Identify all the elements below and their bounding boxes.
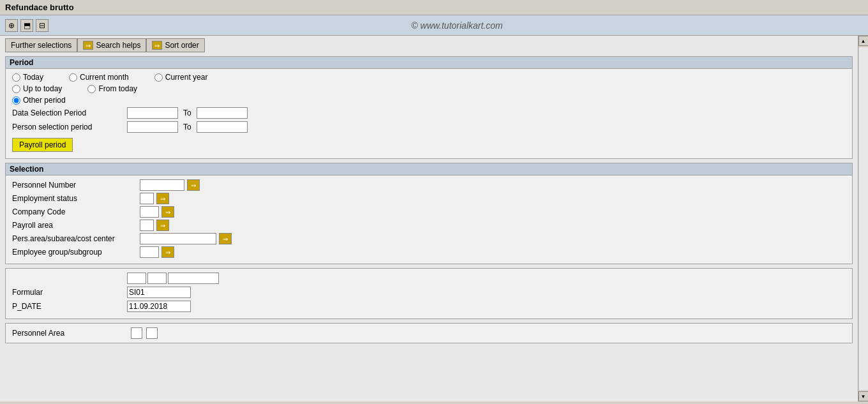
content-area: Further selections ⇒ Search helps ⇒ Sort… — [0, 36, 858, 401]
scroll-up-btn[interactable]: ▲ — [858, 36, 869, 46]
employee-group-row: Employee group/subgroup ⇒ — [12, 246, 846, 258]
bottom-section: Personnel Area — [5, 323, 853, 343]
radio-up-to-today[interactable] — [12, 85, 20, 93]
person-selection-period-row: Person selection period To — [12, 121, 846, 133]
selection-section: Selection Personnel Number ⇒ Employment … — [5, 163, 853, 264]
formular-row: Formular — [12, 287, 846, 298]
personnel-number-row: Personnel Number ⇒ — [12, 179, 846, 191]
search-helps-arrow-icon: ⇒ — [83, 41, 93, 50]
radio-other-period-item: Other period — [12, 96, 66, 105]
radio-current-year-label: Current year — [165, 73, 208, 82]
radio-from-today-label: From today — [98, 84, 137, 93]
payroll-area-arrow-btn[interactable]: ⇒ — [156, 220, 169, 231]
employee-group-arrow-btn[interactable]: ⇒ — [161, 246, 174, 258]
globe-icon[interactable]: ⊕ — [5, 19, 18, 32]
toolbar: ⊕ ⬒ ⊟ © www.tutorialkart.com — [0, 15, 868, 36]
radio-current-month-item: Current month — [69, 73, 129, 82]
radio-current-year[interactable] — [154, 73, 163, 82]
pers-area-arrow-btn[interactable]: ⇒ — [219, 233, 232, 244]
copy-icon[interactable]: ⬒ — [20, 19, 33, 32]
radio-other-period-label: Other period — [23, 96, 66, 105]
search-helps-label: Search helps — [96, 41, 140, 50]
period-row-2: Up to today From today — [12, 84, 846, 93]
person-selection-period-to-input[interactable] — [197, 121, 248, 133]
period-section-header: Period — [6, 57, 852, 69]
app-title: Refundace brutto — [5, 3, 74, 12]
sort-order-label: Sort order — [165, 41, 198, 50]
main-area: Further selections ⇒ Search helps ⇒ Sort… — [0, 36, 868, 401]
data-selection-period-row: Data Selection Period To — [12, 107, 846, 119]
period-row-1: Today Current month Current year — [12, 73, 846, 82]
personnel-area-checkbox-2[interactable] — [146, 327, 158, 339]
tab-further-selections[interactable]: Further selections — [5, 38, 77, 52]
extra-section: Formular P_DATE — [5, 268, 853, 319]
employment-status-label: Employment status — [12, 194, 140, 203]
payroll-area-input[interactable] — [140, 220, 154, 231]
employment-status-row: Employment status ⇒ — [12, 193, 846, 204]
title-bar: Refundace brutto — [0, 0, 868, 15]
further-selections-label: Further selections — [11, 41, 71, 50]
personnel-number-input[interactable] — [140, 179, 184, 191]
company-code-label: Company Code — [12, 207, 140, 216]
data-selection-period-label: Data Selection Period — [12, 108, 127, 117]
to-label-2: To — [183, 123, 191, 131]
pers-area-row: Pers.area/subarea/cost center ⇒ — [12, 233, 846, 244]
data-selection-period-to-input[interactable] — [197, 107, 248, 119]
radio-today-item: Today — [12, 73, 43, 82]
extra-section-body: Formular P_DATE — [6, 269, 852, 318]
company-code-arrow-btn[interactable]: ⇒ — [161, 206, 174, 218]
p-date-input[interactable] — [127, 301, 191, 312]
employment-status-input[interactable] — [140, 193, 154, 204]
radio-from-today[interactable] — [87, 85, 96, 93]
payroll-area-row: Payroll area ⇒ — [12, 220, 846, 231]
small-input-1[interactable] — [127, 273, 146, 284]
pers-area-input[interactable] — [140, 233, 216, 244]
selection-section-header: Selection — [6, 163, 852, 176]
p-date-row: P_DATE — [12, 301, 846, 312]
radio-other-period[interactable] — [12, 96, 20, 105]
to-label-1: To — [183, 108, 191, 117]
bottom-section-body: Personnel Area — [6, 324, 852, 343]
employee-group-input[interactable] — [140, 246, 159, 258]
radio-current-month-label: Current month — [80, 73, 129, 82]
employee-group-label: Employee group/subgroup — [12, 248, 140, 257]
period-row-3: Other period — [12, 96, 846, 105]
personnel-area-label: Personnel Area — [12, 329, 127, 338]
person-selection-period-label: Person selection period — [12, 123, 127, 131]
payroll-period-button[interactable]: Payroll period — [12, 138, 73, 152]
tab-bar: Further selections ⇒ Search helps ⇒ Sort… — [5, 38, 853, 52]
company-code-input[interactable] — [140, 206, 159, 218]
small-input-3[interactable] — [168, 273, 219, 284]
pers-area-label: Pers.area/subarea/cost center — [12, 234, 140, 243]
radio-up-to-today-label: Up to today — [23, 84, 62, 93]
tab-search-helps[interactable]: ⇒ Search helps — [77, 38, 146, 52]
data-selection-period-from-input[interactable] — [127, 107, 178, 119]
small-input-2[interactable] — [147, 273, 167, 284]
sort-order-arrow-icon: ⇒ — [152, 41, 162, 50]
radio-current-month[interactable] — [69, 73, 77, 82]
radio-from-today-item: From today — [87, 84, 137, 93]
personnel-number-label: Personnel Number — [12, 181, 140, 190]
period-section: Period Today Current month Current year — [5, 56, 853, 159]
watermark-text: © www.tutorialkart.com — [411, 20, 502, 31]
scrollbar: ▲ ▼ — [858, 36, 868, 401]
scroll-track — [859, 47, 868, 390]
personnel-number-arrow-btn[interactable]: ⇒ — [187, 179, 200, 191]
radio-today-label: Today — [23, 73, 43, 82]
small-inputs-row — [127, 273, 846, 284]
scroll-down-btn[interactable]: ▼ — [858, 391, 869, 401]
formular-input[interactable] — [127, 287, 191, 298]
tab-sort-order[interactable]: ⇒ Sort order — [146, 38, 204, 52]
p-date-label: P_DATE — [12, 302, 127, 311]
company-code-row: Company Code ⇒ — [12, 206, 846, 218]
person-selection-period-from-input[interactable] — [127, 121, 178, 133]
payroll-area-label: Payroll area — [12, 221, 140, 230]
radio-up-to-today-item: Up to today — [12, 84, 62, 93]
personnel-area-checkbox-1[interactable] — [131, 327, 142, 339]
employment-status-arrow-btn[interactable]: ⇒ — [156, 193, 169, 204]
list-icon[interactable]: ⊟ — [36, 19, 49, 32]
radio-today[interactable] — [12, 73, 20, 82]
formular-label: Formular — [12, 288, 127, 297]
radio-current-year-item: Current year — [154, 73, 208, 82]
selection-section-body: Personnel Number ⇒ Employment status ⇒ C… — [6, 176, 852, 264]
